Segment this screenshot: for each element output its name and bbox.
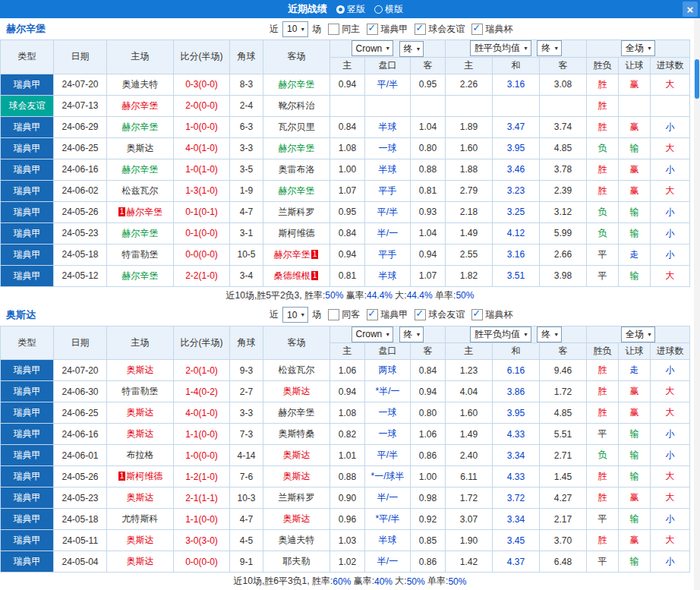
layout-radio-horizontal[interactable]: 横版: [374, 3, 403, 16]
away-team-name[interactable]: 靴尔科治: [279, 100, 315, 111]
window-titlebar: 近期战绩 竖版 横版 ×: [0, 0, 700, 18]
asian-handicap: *半/一: [365, 381, 411, 402]
home-team-name[interactable]: 特雷勒堡: [122, 386, 159, 396]
home-team-name[interactable]: 赫尔辛堡: [122, 121, 159, 132]
home-team-name[interactable]: 布拉格: [127, 450, 154, 460]
away-team-name[interactable]: 奥斯达: [283, 450, 311, 460]
europe-stage-select[interactable]: 终▼: [537, 40, 562, 56]
match-date: 24-06-01: [54, 445, 107, 466]
asian-handicap: 平手: [365, 180, 411, 201]
away-team-name[interactable]: 兰斯科罗: [279, 207, 315, 217]
away-team-name[interactable]: 奥雷布洛: [279, 164, 315, 175]
result-goals: [651, 95, 690, 116]
away-team-name[interactable]: 赫尔辛堡: [279, 79, 315, 90]
match-count-select[interactable]: 10 ▼: [282, 307, 308, 323]
league-checkbox-0[interactable]: [367, 24, 378, 35]
competition-type: 瑞典甲: [1, 265, 54, 286]
away-team-name[interactable]: 瓦尔贝里: [279, 121, 315, 132]
europe-avg-select[interactable]: 胜平负均值▼: [470, 327, 531, 342]
result-outcome: 负: [587, 445, 619, 466]
away-team-name[interactable]: 兰斯科罗: [279, 492, 315, 503]
home-team-name[interactable]: 尤特斯科: [122, 513, 159, 524]
match-score: 2-0(1-0): [174, 360, 230, 381]
home-team-name[interactable]: 赫尔辛堡: [122, 164, 159, 175]
bookmaker-select[interactable]: Crown▼: [352, 40, 394, 56]
scope-select[interactable]: 全场▼: [621, 40, 655, 56]
match-count-select[interactable]: 10 ▼: [282, 21, 308, 37]
team-name-link[interactable]: 赫尔辛堡: [6, 22, 46, 36]
home-team-name[interactable]: 奥斯达: [127, 428, 154, 439]
home-team-name[interactable]: 奥迪夫特: [122, 79, 159, 90]
asian-stage-select[interactable]: 终▼: [399, 41, 424, 57]
league-checkbox-1[interactable]: [415, 24, 426, 35]
result-outcome: 负: [587, 201, 619, 222]
away-team-name[interactable]: 桑德维根: [274, 270, 311, 281]
match-score: 2-0(0-0): [174, 95, 230, 116]
competition-type: 瑞典甲: [1, 360, 54, 381]
away-team-name[interactable]: 赫尔辛堡: [279, 143, 315, 153]
home-team-name[interactable]: 奥斯达: [127, 364, 154, 375]
home-team-name[interactable]: 赫尔辛堡: [122, 100, 159, 111]
match-date: 24-06-30: [54, 381, 107, 402]
away-team-name[interactable]: 松兹瓦尔: [279, 364, 315, 375]
asian-home-odds: 0.94: [330, 381, 365, 402]
league-checkbox-2[interactable]: [471, 24, 483, 35]
match-row: 瑞典甲24-05-11奥斯达3-0(3-0)4-5奥迪夫特1.03半球0.851…: [1, 530, 690, 551]
corner-count: 4-5: [230, 530, 263, 551]
europe-home-odds: 2.18: [446, 201, 493, 222]
home-team-name[interactable]: 奥斯达: [127, 143, 154, 153]
europe-draw-odds: 4.12: [493, 222, 540, 244]
home-team-name[interactable]: 赫尔辛堡: [122, 228, 159, 238]
summary-segment: 50%: [325, 290, 343, 301]
home-team-name[interactable]: 奥斯达: [127, 407, 154, 418]
scrollbar-thumb[interactable]: [695, 59, 699, 99]
match-row: 瑞典甲24-06-25奥斯达4-0(1-0)3-3赫尔辛堡1.08一球0.801…: [1, 137, 690, 159]
league-checkbox-1[interactable]: [415, 309, 426, 320]
chevron-down-icon: ▼: [300, 312, 305, 317]
home-team-name[interactable]: 赫尔辛堡: [122, 270, 159, 281]
corner-count: 9-3: [230, 360, 263, 381]
league-checkbox-2[interactable]: [471, 309, 483, 320]
match-row: 瑞典甲24-05-23奥斯达2-1(1-1)10-3兰斯科罗0.90半/一0.9…: [1, 487, 690, 509]
home-team-name[interactable]: 松兹瓦尔: [122, 185, 159, 196]
away-team-cell: 赫尔辛堡: [263, 137, 330, 159]
away-team-name[interactable]: 奥斯达: [283, 513, 311, 524]
away-team-name[interactable]: 奥斯达: [283, 471, 311, 481]
away-team-name[interactable]: 赫尔辛堡: [274, 249, 311, 260]
league-checkbox-0[interactable]: [367, 309, 378, 320]
same-venue-checkbox[interactable]: [328, 309, 339, 320]
subcol-europe-away: 客: [540, 343, 587, 360]
same-venue-checkbox[interactable]: [328, 24, 339, 35]
scrollbar-track[interactable]: [694, 18, 700, 590]
europe-away-odds: [540, 95, 587, 116]
away-team-name[interactable]: 赫尔辛堡: [279, 185, 315, 196]
europe-stage-select[interactable]: 终▼: [537, 327, 562, 342]
home-team-name[interactable]: 奥斯达: [127, 492, 154, 503]
team-name-link[interactable]: 奥斯达: [6, 308, 36, 322]
home-team-name[interactable]: 奥斯达: [127, 556, 154, 566]
asian-away-odds: 0.94: [411, 381, 446, 402]
away-team-name[interactable]: 奥斯达: [283, 386, 311, 396]
asian-stage-select[interactable]: 终▼: [399, 327, 424, 342]
close-button[interactable]: ×: [683, 2, 698, 17]
home-team-name[interactable]: 奥斯达: [127, 535, 154, 545]
home-team-name[interactable]: 特雷勒堡: [122, 249, 159, 260]
match-score: 1-1(0-0): [174, 424, 230, 445]
col-type: 类型: [1, 40, 54, 74]
radio-vertical-label: 竖版: [347, 3, 365, 16]
europe-avg-select[interactable]: 胜平负均值▼: [470, 40, 531, 56]
away-team-name[interactable]: 奥斯特桑: [279, 428, 315, 439]
competition-type: 瑞典甲: [1, 424, 54, 445]
away-team-name[interactable]: 耶夫勒: [283, 556, 311, 566]
bookmaker-select[interactable]: Crown▼: [352, 327, 394, 342]
home-team-name[interactable]: 赫尔辛堡: [126, 207, 162, 217]
scope-select[interactable]: 全场▼: [621, 327, 655, 342]
summary-segment: 赢率:: [351, 575, 374, 588]
europe-draw-odds: 3.95: [493, 402, 540, 424]
away-team-name[interactable]: 斯柯维德: [279, 228, 315, 238]
away-team-name[interactable]: 奥迪夫特: [279, 535, 315, 545]
home-team-name[interactable]: 斯柯维德: [126, 471, 162, 481]
europe-home-odds: 1.49: [446, 222, 493, 244]
layout-radio-vertical[interactable]: 竖版: [336, 3, 365, 16]
away-team-name[interactable]: 赫尔辛堡: [279, 407, 315, 418]
